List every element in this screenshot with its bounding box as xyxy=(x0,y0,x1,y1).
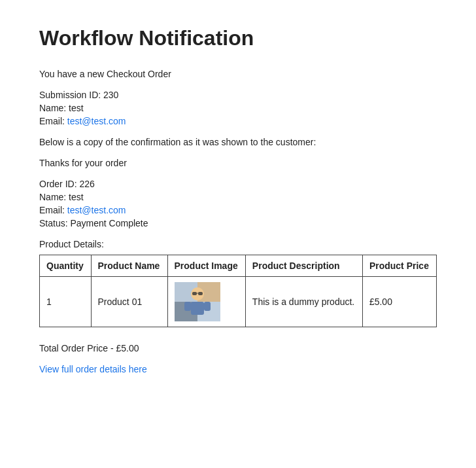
col-header-product-price: Product Price xyxy=(362,255,436,277)
table-body: 1Product 01 xyxy=(40,277,437,327)
product-details-label: Product Details: xyxy=(39,239,437,249)
submission-email-line: Email: test@test.com xyxy=(39,116,437,126)
submission-id: Submission ID: 230 xyxy=(39,90,437,100)
order-email-label: Email: xyxy=(39,205,65,215)
submission-section: Submission ID: 230 Name: test Email: tes… xyxy=(39,90,437,126)
confirmation-intro-section: Below is a copy of the confirmation as i… xyxy=(39,137,437,147)
cell-quantity: 1 xyxy=(40,277,92,327)
thanks-text: Thanks for your order xyxy=(39,158,437,168)
col-header-quantity: Quantity xyxy=(40,255,92,277)
intro-text: You have a new Checkout Order xyxy=(39,69,437,79)
svg-rect-9 xyxy=(184,302,191,311)
submission-name: Name: test xyxy=(39,103,437,113)
svg-rect-5 xyxy=(192,292,197,295)
cell-product-description: This is a dummy product. xyxy=(245,277,362,327)
total-label: Total Order Price - £5.00 xyxy=(39,343,437,353)
order-name: Name: test xyxy=(39,192,437,202)
table-row: 1Product 01 xyxy=(40,277,437,327)
order-id: Order ID: 226 xyxy=(39,179,437,189)
cell-product-image xyxy=(167,277,245,327)
product-table: Quantity Product Name Product Image Prod… xyxy=(39,255,437,327)
order-email-link[interactable]: test@test.com xyxy=(67,205,126,215)
order-section: Order ID: 226 Name: test Email: test@tes… xyxy=(39,179,437,228)
col-header-product-image: Product Image xyxy=(167,255,245,277)
product-details-section: Product Details: Quantity Product Name P… xyxy=(39,239,437,327)
col-header-product-description: Product Description xyxy=(245,255,362,277)
svg-rect-8 xyxy=(191,302,204,315)
order-email-line: Email: test@test.com xyxy=(39,205,437,215)
view-order-link[interactable]: View full order details here xyxy=(39,364,147,374)
table-header-row: Quantity Product Name Product Image Prod… xyxy=(40,255,437,277)
cell-product-name: Product 01 xyxy=(91,277,167,327)
thanks-section: Thanks for your order xyxy=(39,158,437,168)
svg-rect-10 xyxy=(204,302,211,311)
cell-product-price: £5.00 xyxy=(362,277,436,327)
col-header-product-name: Product Name xyxy=(91,255,167,277)
total-section: Total Order Price - £5.00 xyxy=(39,343,437,353)
submission-email-link[interactable]: test@test.com xyxy=(67,116,126,126)
page-title: Workflow Notification xyxy=(39,26,437,50)
product-image-svg xyxy=(175,282,220,321)
intro-section: You have a new Checkout Order xyxy=(39,69,437,79)
view-order-section: View full order details here xyxy=(39,364,437,374)
submission-email-label: Email: xyxy=(39,116,65,126)
svg-rect-6 xyxy=(198,292,203,295)
confirmation-intro-text: Below is a copy of the confirmation as i… xyxy=(39,137,437,147)
order-status: Status: Payment Complete xyxy=(39,218,437,228)
product-image xyxy=(175,282,220,321)
